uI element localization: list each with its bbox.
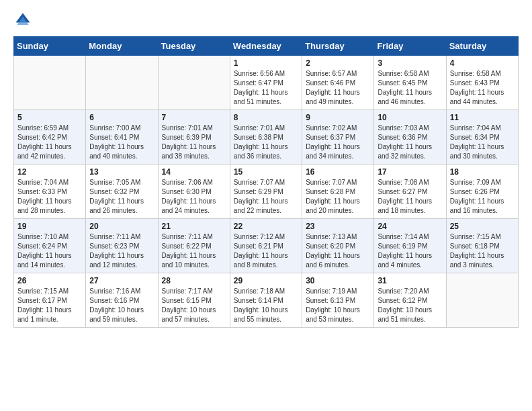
calendar-cell: 23Sunrise: 7:13 AM Sunset: 6:20 PM Dayli…: [302, 219, 374, 273]
day-number: 22: [234, 222, 298, 231]
day-info: Sunrise: 6:58 AM Sunset: 6:43 PM Dayligh…: [450, 70, 504, 105]
week-row-2: 5Sunrise: 6:59 AM Sunset: 6:42 PM Daylig…: [14, 110, 519, 165]
day-info: Sunrise: 7:12 AM Sunset: 6:21 PM Dayligh…: [234, 233, 288, 269]
day-number: 15: [234, 167, 298, 177]
header: [13, 11, 519, 30]
calendar-cell: 6Sunrise: 7:00 AM Sunset: 6:41 PM Daylig…: [86, 110, 158, 165]
day-info: Sunrise: 7:11 AM Sunset: 6:22 PM Dayligh…: [162, 233, 216, 269]
day-info: Sunrise: 7:14 AM Sunset: 6:19 PM Dayligh…: [378, 233, 432, 269]
day-number: 14: [162, 167, 226, 177]
day-number: 23: [306, 222, 370, 231]
weekday-header-friday: Friday: [374, 37, 446, 56]
day-number: 10: [378, 113, 442, 122]
day-info: Sunrise: 6:58 AM Sunset: 6:45 PM Dayligh…: [378, 70, 432, 105]
day-info: Sunrise: 7:08 AM Sunset: 6:27 PM Dayligh…: [378, 179, 432, 214]
day-info: Sunrise: 7:06 AM Sunset: 6:30 PM Dayligh…: [162, 179, 216, 214]
week-row-3: 12Sunrise: 7:04 AM Sunset: 6:33 PM Dayli…: [14, 165, 519, 219]
logo: [13, 11, 35, 30]
day-number: 12: [17, 167, 82, 177]
calendar-cell: 10Sunrise: 7:03 AM Sunset: 6:36 PM Dayli…: [374, 110, 446, 165]
calendar-cell: 15Sunrise: 7:07 AM Sunset: 6:29 PM Dayli…: [230, 165, 302, 219]
day-number: 21: [162, 222, 226, 231]
day-info: Sunrise: 7:17 AM Sunset: 6:15 PM Dayligh…: [162, 287, 216, 323]
weekday-header-thursday: Thursday: [302, 37, 374, 56]
logo-icon: [13, 11, 32, 30]
day-number: 11: [450, 113, 515, 122]
calendar-cell: 13Sunrise: 7:05 AM Sunset: 6:32 PM Dayli…: [86, 165, 158, 219]
day-number: 26: [17, 276, 82, 285]
calendar-cell: 31Sunrise: 7:20 AM Sunset: 6:12 PM Dayli…: [374, 273, 446, 328]
weekday-header-row: SundayMondayTuesdayWednesdayThursdayFrid…: [14, 37, 519, 56]
day-info: Sunrise: 7:19 AM Sunset: 6:13 PM Dayligh…: [306, 287, 360, 323]
weekday-header-tuesday: Tuesday: [158, 37, 230, 56]
calendar-cell: 22Sunrise: 7:12 AM Sunset: 6:21 PM Dayli…: [230, 219, 302, 273]
calendar-cell: 26Sunrise: 7:15 AM Sunset: 6:17 PM Dayli…: [14, 273, 86, 328]
day-info: Sunrise: 7:11 AM Sunset: 6:23 PM Dayligh…: [89, 233, 144, 269]
day-number: 27: [89, 276, 154, 285]
calendar-cell: 11Sunrise: 7:04 AM Sunset: 6:34 PM Dayli…: [446, 110, 518, 165]
day-number: 17: [378, 167, 442, 177]
weekday-header-sunday: Sunday: [14, 37, 86, 56]
day-info: Sunrise: 7:03 AM Sunset: 6:36 PM Dayligh…: [378, 124, 432, 160]
calendar-cell: 7Sunrise: 7:01 AM Sunset: 6:39 PM Daylig…: [158, 110, 230, 165]
day-number: 16: [306, 167, 370, 177]
day-info: Sunrise: 7:16 AM Sunset: 6:16 PM Dayligh…: [89, 287, 144, 323]
day-info: Sunrise: 7:04 AM Sunset: 6:34 PM Dayligh…: [450, 124, 504, 160]
calendar-cell: 9Sunrise: 7:02 AM Sunset: 6:37 PM Daylig…: [302, 110, 374, 165]
week-row-4: 19Sunrise: 7:10 AM Sunset: 6:24 PM Dayli…: [14, 219, 519, 273]
day-info: Sunrise: 6:57 AM Sunset: 6:46 PM Dayligh…: [306, 70, 360, 105]
day-info: Sunrise: 7:07 AM Sunset: 6:29 PM Dayligh…: [234, 179, 288, 214]
day-info: Sunrise: 7:15 AM Sunset: 6:17 PM Dayligh…: [17, 287, 72, 323]
calendar-cell: 24Sunrise: 7:14 AM Sunset: 6:19 PM Dayli…: [374, 219, 446, 273]
calendar-cell: 16Sunrise: 7:07 AM Sunset: 6:28 PM Dayli…: [302, 165, 374, 219]
calendar-cell: [446, 273, 518, 328]
day-number: 20: [89, 222, 154, 231]
day-info: Sunrise: 6:59 AM Sunset: 6:42 PM Dayligh…: [17, 124, 72, 160]
weekday-header-saturday: Saturday: [446, 37, 518, 56]
calendar-cell: 17Sunrise: 7:08 AM Sunset: 6:27 PM Dayli…: [374, 165, 446, 219]
day-info: Sunrise: 7:18 AM Sunset: 6:14 PM Dayligh…: [234, 287, 288, 323]
day-info: Sunrise: 7:04 AM Sunset: 6:33 PM Dayligh…: [17, 179, 72, 214]
calendar-cell: 3Sunrise: 6:58 AM Sunset: 6:45 PM Daylig…: [374, 56, 446, 110]
calendar-cell: 4Sunrise: 6:58 AM Sunset: 6:43 PM Daylig…: [446, 56, 518, 110]
day-number: 25: [450, 222, 515, 231]
calendar-cell: 19Sunrise: 7:10 AM Sunset: 6:24 PM Dayli…: [14, 219, 86, 273]
calendar-cell: [14, 56, 86, 110]
week-row-1: 1Sunrise: 6:56 AM Sunset: 6:47 PM Daylig…: [14, 56, 519, 110]
weekday-header-monday: Monday: [86, 37, 158, 56]
day-info: Sunrise: 7:01 AM Sunset: 6:38 PM Dayligh…: [234, 124, 288, 160]
day-number: 18: [450, 167, 515, 177]
day-number: 28: [162, 276, 226, 285]
day-number: 2: [306, 58, 370, 68]
day-number: 6: [89, 113, 154, 122]
day-info: Sunrise: 7:13 AM Sunset: 6:20 PM Dayligh…: [306, 233, 360, 269]
calendar-cell: [158, 56, 230, 110]
day-number: 9: [306, 113, 370, 122]
calendar-cell: 2Sunrise: 6:57 AM Sunset: 6:46 PM Daylig…: [302, 56, 374, 110]
day-info: Sunrise: 7:07 AM Sunset: 6:28 PM Dayligh…: [306, 179, 360, 214]
week-row-5: 26Sunrise: 7:15 AM Sunset: 6:17 PM Dayli…: [14, 273, 519, 328]
calendar-cell: 14Sunrise: 7:06 AM Sunset: 6:30 PM Dayli…: [158, 165, 230, 219]
day-number: 7: [162, 113, 226, 122]
calendar-cell: 5Sunrise: 6:59 AM Sunset: 6:42 PM Daylig…: [14, 110, 86, 165]
day-number: 29: [234, 276, 298, 285]
day-info: Sunrise: 7:09 AM Sunset: 6:26 PM Dayligh…: [450, 179, 504, 214]
calendar-cell: 21Sunrise: 7:11 AM Sunset: 6:22 PM Dayli…: [158, 219, 230, 273]
day-number: 31: [378, 276, 442, 285]
day-number: 19: [17, 222, 82, 231]
day-number: 5: [17, 113, 82, 122]
calendar-cell: 28Sunrise: 7:17 AM Sunset: 6:15 PM Dayli…: [158, 273, 230, 328]
day-info: Sunrise: 7:00 AM Sunset: 6:41 PM Dayligh…: [89, 124, 144, 160]
day-info: Sunrise: 7:10 AM Sunset: 6:24 PM Dayligh…: [17, 233, 72, 269]
calendar-cell: 12Sunrise: 7:04 AM Sunset: 6:33 PM Dayli…: [14, 165, 86, 219]
day-info: Sunrise: 7:02 AM Sunset: 6:37 PM Dayligh…: [306, 124, 360, 160]
day-info: Sunrise: 6:56 AM Sunset: 6:47 PM Dayligh…: [234, 70, 288, 105]
page: SundayMondayTuesdayWednesdayThursdayFrid…: [0, 0, 532, 411]
day-number: 8: [234, 113, 298, 122]
day-info: Sunrise: 7:20 AM Sunset: 6:12 PM Dayligh…: [378, 287, 432, 323]
calendar-cell: 25Sunrise: 7:15 AM Sunset: 6:18 PM Dayli…: [446, 219, 518, 273]
calendar-cell: 20Sunrise: 7:11 AM Sunset: 6:23 PM Dayli…: [86, 219, 158, 273]
calendar-cell: 27Sunrise: 7:16 AM Sunset: 6:16 PM Dayli…: [86, 273, 158, 328]
calendar-table: SundayMondayTuesdayWednesdayThursdayFrid…: [13, 36, 519, 328]
day-number: 13: [89, 167, 154, 177]
